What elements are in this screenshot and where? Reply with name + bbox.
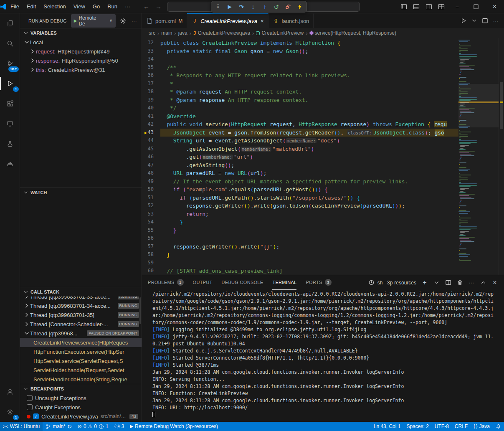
menu-go[interactable]: Go — [89, 2, 104, 11]
line-number-gutter[interactable]: ▶43 — [142, 129, 160, 137]
breadcrumb-item-main[interactable]: main — [161, 30, 172, 36]
breadcrumb-item-java[interactable]: java — [178, 30, 187, 36]
line-number-gutter[interactable]: 32 — [142, 39, 160, 47]
line-number-gutter[interactable]: 48 — [142, 169, 160, 177]
breadcrumb-item-service-httprequest-httpresponse[interactable]: service(HttpRequest, HttpResponse) — [310, 30, 396, 36]
variable-row-response[interactable]: response:HttpResponseImpl@50 — [20, 56, 142, 65]
close-panel-button[interactable]: × — [491, 279, 498, 286]
variable-row-request[interactable]: request:HttpRequestImpl@49 — [20, 47, 142, 56]
status-cursor-position[interactable]: Ln 43, Col 1 — [371, 422, 404, 431]
activity-item-accounts[interactable] — [0, 382, 20, 402]
line-number-gutter[interactable]: 59 — [142, 259, 160, 267]
menu-run[interactable]: Run — [104, 2, 121, 11]
line-number-gutter[interactable]: 50 — [142, 185, 160, 194]
activity-item-explorer[interactable] — [0, 13, 20, 33]
activity-item-remote-explorer[interactable] — [0, 114, 20, 134]
status-indentation[interactable]: Spaces: 2 — [403, 422, 431, 431]
menu-view[interactable]: View — [70, 2, 89, 11]
terminal-profile-dropdown-button[interactable] — [433, 279, 440, 286]
call-stack-frame[interactable]: HttpServlet.service(ServletRequest,S — [20, 356, 142, 365]
status-notifications[interactable] — [493, 422, 504, 431]
debug-config-picker[interactable]: ▶ Remote De ∨ — [71, 14, 116, 28]
toggle-panel-button[interactable] — [410, 0, 423, 13]
status-git-branch[interactable]: main*↻ — [43, 422, 75, 431]
tab-createlinkpreview-java[interactable]: JCreateLinkPreview.java× — [187, 13, 268, 28]
call-stack-frame[interactable]: ServletHolder.handle(Request,Servlet — [20, 365, 142, 375]
breadcrumb-item-createlinkpreview[interactable]: CreateLinkPreview — [256, 30, 304, 36]
run-java-button[interactable] — [460, 18, 466, 24]
panel-tab-terminal[interactable]: TERMINAL — [272, 275, 296, 290]
line-number-gutter[interactable]: 40 — [142, 104, 160, 112]
variables-section-header[interactable]: VARIABLES — [20, 28, 142, 38]
toggle-primary-sidebar-button[interactable] — [398, 0, 410, 13]
variables-scope-local[interactable]: Local — [20, 38, 142, 47]
line-number-gutter[interactable]: 42 — [142, 120, 160, 129]
maximize-button[interactable] — [466, 0, 485, 13]
watch-section-header[interactable]: WATCH — [20, 188, 142, 197]
breakpoint-checkbox[interactable] — [27, 395, 33, 401]
disconnect-button[interactable] — [285, 3, 291, 10]
minimap-slider[interactable] — [458, 84, 499, 127]
line-number-gutter[interactable]: 52 — [142, 202, 160, 210]
breakpoint-checkbox[interactable]: ✓ — [33, 413, 39, 419]
call-stack-section-header[interactable]: CALL STACK — [20, 287, 142, 297]
line-number-gutter[interactable]: 55 — [142, 226, 160, 235]
minimize-button[interactable]: − — [448, 0, 466, 13]
line-number-gutter[interactable]: 37 — [142, 80, 160, 88]
line-number-gutter[interactable]: 41 — [142, 112, 160, 121]
line-number-gutter[interactable]: 44 — [142, 137, 160, 145]
breakpoint-row-caught-exceptions[interactable]: Caught Exceptions — [20, 403, 142, 412]
call-stack-scrollbar[interactable] — [139, 297, 141, 324]
call-stack-thread[interactable]: Thread [Connector-Scheduler-...RUNNING — [20, 319, 142, 329]
line-number-gutter[interactable]: 45 — [142, 145, 160, 153]
line-number-gutter[interactable]: 54 — [142, 218, 160, 226]
panel-tab-debug-console[interactable]: DEBUG CONSOLE — [222, 275, 263, 290]
line-number-gutter[interactable]: 58 — [142, 251, 160, 259]
tab-pom-xml[interactable]: pom.xmlM — [142, 13, 187, 28]
status-debug-task[interactable]: ▶Remote Debug Watch (3p-resources) — [127, 422, 221, 431]
continue-button[interactable]: ▶ — [226, 3, 233, 10]
editor-scrollbar[interactable] — [499, 38, 504, 275]
split-terminal-button[interactable] — [445, 279, 451, 286]
close-window-button[interactable]: × — [485, 0, 504, 13]
maximize-panel-button[interactable] — [480, 279, 486, 286]
line-number-gutter[interactable]: 60 — [142, 267, 160, 275]
tab-launch-json[interactable]: {}launch.json — [268, 13, 314, 28]
run-dropdown-button[interactable] — [471, 18, 477, 24]
activity-item-settings[interactable]: 1 — [0, 402, 20, 422]
editor-scrollbar-thumb[interactable] — [500, 82, 503, 129]
line-number-gutter[interactable]: 49 — [142, 177, 160, 186]
restart-button[interactable]: ↺ — [273, 3, 280, 10]
line-number-gutter[interactable]: 46 — [142, 153, 160, 161]
status-encoding[interactable]: UTF-8 — [432, 422, 452, 431]
activity-item-testing[interactable] — [0, 134, 20, 154]
debug-settings-gear-icon[interactable] — [120, 18, 127, 24]
status-eol[interactable]: CRLF — [452, 422, 471, 431]
editor-more-actions-button[interactable]: ··· — [492, 18, 499, 24]
activity-item-extensions[interactable] — [0, 94, 20, 114]
terminal-output[interactable]: /pierrick/.m2/repository/io/cloudevents/… — [142, 290, 504, 422]
menu-item[interactable]: ··· — [121, 2, 134, 11]
breakpoint-checkbox[interactable] — [27, 404, 33, 410]
status-problems[interactable]: ⊘0⚠01 — [75, 422, 111, 431]
breadcrumb-item-src[interactable]: src — [149, 30, 155, 36]
line-number-gutter[interactable]: 57 — [142, 243, 160, 251]
line-number-gutter[interactable]: 33 — [142, 47, 160, 56]
panel-tab-problems[interactable]: PROBLEMS1 — [148, 275, 184, 290]
sidebar-more-actions-icon[interactable]: ··· — [131, 18, 137, 24]
call-stack-frame[interactable]: CreateLinkPreview.service(HttpReques — [20, 338, 142, 347]
customize-layout-button[interactable] — [435, 0, 448, 13]
variable-row-this[interactable]: this:CreateLinkPreview@31 — [20, 65, 142, 74]
status-forwarded-ports[interactable]: 3 — [111, 422, 127, 431]
terminal-instance[interactable]: sh - 3p-resources — [368, 279, 416, 286]
line-number-gutter[interactable]: 56 — [142, 234, 160, 243]
line-number-gutter[interactable]: 39 — [142, 96, 160, 104]
call-stack-thread[interactable]: Thread [qtp39968...PAUSED ON BREAKPOINT — [20, 329, 142, 338]
call-stack-frame[interactable]: ServletHandler.doHandle(String,Reque — [20, 375, 142, 384]
line-number-gutter[interactable]: 35 — [142, 63, 160, 72]
breakpoint-row-createlinkpreview-java[interactable]: ✓CreateLinkPreview.javasrc/main/java43 — [20, 412, 142, 421]
minimap[interactable] — [458, 38, 499, 275]
close-tab-icon[interactable]: × — [261, 18, 264, 24]
panel-tab-ports[interactable]: PORTS3 — [306, 275, 331, 290]
menu-file[interactable]: File — [7, 2, 23, 11]
